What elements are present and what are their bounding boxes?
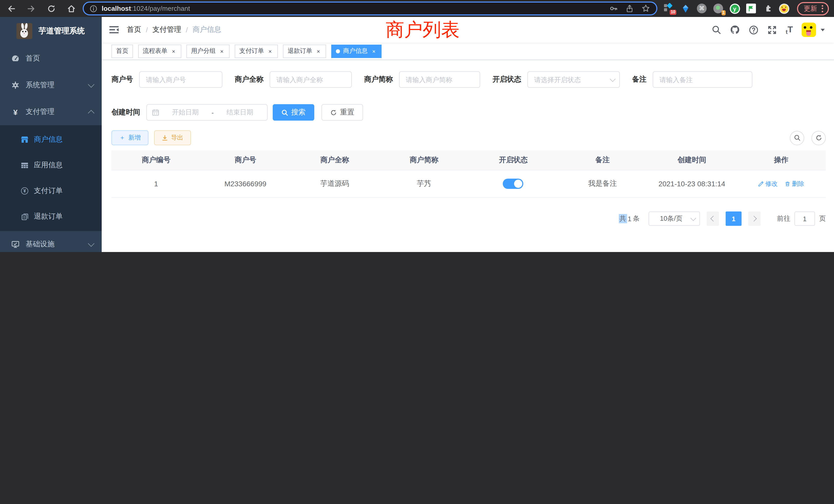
end-date-placeholder: 结束日期 [218,108,262,117]
extension-flag-icon[interactable] [746,3,756,14]
sidebar-item-infra[interactable]: 基础设施 [0,231,102,252]
refresh-icon[interactable] [811,131,826,145]
document-copy-icon [21,213,29,221]
extension-command-icon[interactable]: ⌘ [696,3,707,14]
browser-address-bar[interactable]: localhost:1024/pay/merchant [83,2,657,16]
github-icon[interactable] [730,25,740,35]
browser-back-button[interactable] [6,3,17,14]
extension-badge-10: 10 [670,10,676,15]
tab-process-form[interactable]: 流程表单× [138,44,181,58]
extension-spinner-icon[interactable] [680,3,691,14]
avatar-caret-icon[interactable] [821,28,825,31]
short-name-input[interactable] [399,71,480,88]
site-info-icon[interactable] [90,5,97,12]
red-annotation-title: 商户列表 [386,18,460,43]
tab-home[interactable]: 首页 [111,44,133,58]
breadcrumb: 首页 / 支付管理 / 商户信息 [127,25,221,35]
browser-reload-button[interactable] [46,3,57,14]
breadcrumb-pay[interactable]: 支付管理 [153,25,181,35]
merchant-no-input[interactable] [139,71,222,88]
edit-link[interactable]: 修改 [758,179,777,188]
chevron-down-icon [88,81,94,87]
reset-button[interactable]: 重置 [322,104,363,121]
screenshot-root: localhost:1024/pay/merchant 10 [0,0,834,252]
plus-icon: ＋ [119,134,125,142]
filter-label-short-name: 商户简称 [364,75,399,84]
delete-link[interactable]: 删除 [785,179,804,188]
bookmark-star-icon[interactable] [641,4,650,13]
sidebar-item-app-info[interactable]: 应用信息 [0,153,102,178]
sidebar-item-label: 首页 [26,54,40,63]
close-icon[interactable]: × [371,48,377,54]
tab-pay-order[interactable]: 支付订单× [235,44,278,58]
prev-page-button[interactable] [707,211,719,226]
extension-status-icon[interactable]: 1 [713,3,724,14]
browser-forward-button[interactable] [26,3,37,14]
full-name-input[interactable] [270,71,352,88]
font-size-icon[interactable]: tT [786,25,793,35]
sidebar-item-pay[interactable]: ¥ 支付管理 [0,98,102,125]
cell-create-time: 2021-10-23 08:31:14 [647,170,737,197]
filter-label-create-time: 创建时间 [111,108,146,117]
pagination: 共1条 10条/页 1 前往 页 [111,211,826,226]
browser-menu-icon[interactable] [822,5,823,12]
fullscreen-icon[interactable] [767,25,777,35]
sidebar-item-label: 应用信息 [34,161,63,170]
header-search-icon[interactable] [712,25,721,35]
yuan-circle-icon: ¥ [21,187,29,194]
pay-submenu: 商户信息 应用信息 ¥ 支付订单 [0,125,102,231]
help-icon[interactable] [749,25,759,35]
calendar-icon [152,109,159,116]
search-button[interactable]: 搜索 [273,104,314,121]
close-icon[interactable]: × [267,48,273,54]
tab-refund-order[interactable]: 退款订单× [283,44,326,58]
sidebar-item-refund-order[interactable]: 退款订单 [0,204,102,229]
user-avatar[interactable] [802,23,816,37]
sidebar-toggle-icon[interactable] [102,17,126,43]
extensions-puzzle-icon[interactable] [762,3,773,14]
extension-emoji-icon[interactable] [778,3,789,14]
sidebar-item-home[interactable]: 首页 [0,45,102,72]
breadcrumb-home[interactable]: 首页 [127,25,141,35]
tags-view: 首页 流程表单× 用户分组× 支付订单× 退款订单× 商户信息× [102,43,834,60]
create-time-range-picker[interactable]: 开始日期 - 结束日期 [146,104,267,121]
extension-tampermonkey-icon[interactable]: 10 [663,3,674,14]
status-select[interactable] [527,71,620,88]
col-actions: 操作 [737,151,826,170]
sidebar-item-pay-order[interactable]: ¥ 支付订单 [0,178,102,204]
sidebar-item-label: 退款订单 [34,212,63,221]
share-icon[interactable] [626,4,634,13]
sidebar-item-system[interactable]: 系统管理 [0,72,102,98]
page-number-1[interactable]: 1 [726,211,742,226]
add-button[interactable]: ＋ 新增 [111,130,148,145]
sidebar-item-merchant-info[interactable]: 商户信息 [0,127,102,153]
close-icon[interactable]: × [171,48,177,54]
cell-id: 1 [111,170,201,197]
goto-label: 前往 [777,214,790,223]
grid-icon [21,161,29,169]
merchant-table: 商户编号 商户号 商户全称 商户简称 开启状态 备注 创建时间 操作 1 [111,151,826,198]
browser-home-button[interactable] [66,3,76,14]
cell-remark: 我是备注 [558,170,647,197]
extension-y-icon[interactable]: y [729,3,740,14]
tab-merchant-info-active[interactable]: 商户信息× [331,44,381,58]
status-toggle[interactable] [503,179,524,189]
close-icon[interactable]: × [315,48,322,54]
col-merchant-no: 商户号 [201,151,290,170]
password-key-icon[interactable] [609,4,618,13]
close-icon[interactable]: × [219,48,225,54]
browser-update-button[interactable]: 更新 [797,2,829,15]
next-page-button[interactable] [748,211,761,226]
chevron-up-icon [88,110,94,116]
export-button[interactable]: 导出 [154,130,191,145]
sidebar-logo-row[interactable]: 芋道管理系统 [0,17,102,45]
remark-input[interactable] [653,71,752,88]
toggle-search-icon[interactable] [790,131,804,145]
goto-page-input[interactable] [794,211,815,226]
cell-full-name: 芋道源码 [290,170,379,197]
tab-user-group[interactable]: 用户分组× [186,44,229,58]
page-size-select[interactable]: 10条/页 [649,211,700,226]
col-short-name: 商户简称 [379,151,468,170]
table-row: 1 M233666999 芋道源码 芋艿 我是备注 2021-10-23 08:… [111,170,826,197]
col-remark: 备注 [558,151,647,170]
